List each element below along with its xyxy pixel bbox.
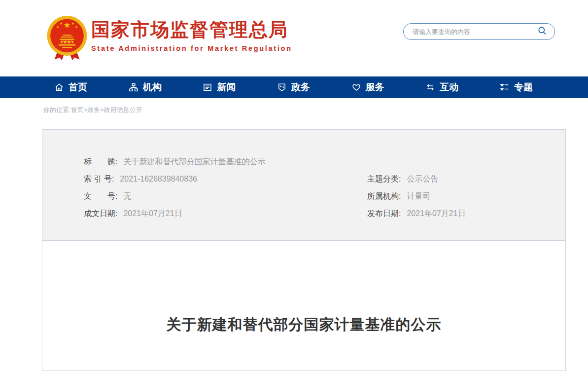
search-box [403,23,555,40]
nav-item-interaction[interactable]: 互动 [425,81,458,94]
document-panel: 标 题: 关于新建和替代部分国家计量基准的公示 索 引 号: 2021-1626… [42,129,566,371]
meta-value-written-date: 2021年07月21日 [123,205,182,222]
nav-label: 新闻 [217,81,236,94]
nav-label: 服务 [366,81,384,94]
nav-item-organization[interactable]: 机构 [129,81,162,94]
nav-label: 首页 [69,81,87,94]
meta-row-title: 标 题: 关于新建和替代部分国家计量基准的公示 [84,153,546,170]
breadcrumb: 你的位置:首页>政务>政府信息公开 [0,98,588,129]
meta-label-publish-date: 发布日期: [367,205,401,222]
meta-value-doc-number: 无 [123,187,131,205]
article-body: 关于新建和替代部分国家计量基准的公示 [42,241,565,335]
meta-label-written-date: 成文日期: [84,205,117,222]
nav-label: 政务 [291,81,310,94]
search-button[interactable] [536,25,549,38]
topics-list-icon [500,82,510,92]
organization-icon [129,82,138,92]
nav-item-service[interactable]: 服务 [351,81,384,94]
search-icon [537,26,548,37]
nav-item-government[interactable]: 政务 [277,81,310,94]
meta-value-index-number: 2021-1626839840836 [120,170,197,187]
site-header: 国家市场监督管理总局 State Administration for Mark… [0,0,588,76]
meta-row: 文 号: 无 所属机构: 计量司 [84,187,546,205]
document-meta: 标 题: 关于新建和替代部分国家计量基准的公示 索 引 号: 2021-1626… [42,130,565,241]
meta-value-title: 关于新建和替代部分国家计量基准的公示 [123,153,265,170]
breadcrumb-separator: > [100,106,104,113]
nav-item-topics[interactable]: 专题 [500,81,533,94]
interaction-arrows-icon [425,82,435,92]
government-icon [277,82,287,92]
nav-item-news[interactable]: 新闻 [203,81,236,94]
nav-label: 互动 [440,81,458,94]
main-nav: 首页 机构 新闻 [0,76,588,98]
breadcrumb-link-home[interactable]: 首页 [71,106,84,113]
meta-value-department: 计量司 [407,187,430,205]
meta-label-title: 标 题: [84,153,117,170]
breadcrumb-prefix: 你的位置: [43,106,71,113]
search-input[interactable] [413,28,536,36]
site-subtitle: State Administration for Market Regulati… [91,44,292,52]
meta-label-doc-number: 文 号: [84,187,117,205]
site-title: 国家市场监督管理总局 [91,20,292,40]
breadcrumb-link-info-disclosure[interactable]: 政府信息公开 [104,106,142,113]
breadcrumb-link-gov[interactable]: 政务 [87,106,100,113]
nav-label: 专题 [514,81,533,94]
meta-value-publish-date: 2021年07月21日 [407,205,465,222]
meta-label-index-number: 索 引 号: [84,170,114,187]
nav-label: 机构 [143,81,162,94]
meta-row: 成文日期: 2021年07月21日 发布日期: 2021年07月21日 [84,205,546,222]
national-emblem-logo [45,15,89,63]
meta-value-category: 公示公告 [407,170,438,187]
home-icon [54,82,64,92]
meta-label-department: 所属机构: [367,187,401,205]
nav-item-home[interactable]: 首页 [54,81,87,94]
service-heart-icon [351,82,361,92]
news-icon [203,82,212,92]
meta-label-category: 主题分类: [367,170,401,187]
article-title: 关于新建和替代部分国家计量基准的公示 [42,315,565,335]
meta-row: 索 引 号: 2021-1626839840836 主题分类: 公示公告 [84,170,546,187]
